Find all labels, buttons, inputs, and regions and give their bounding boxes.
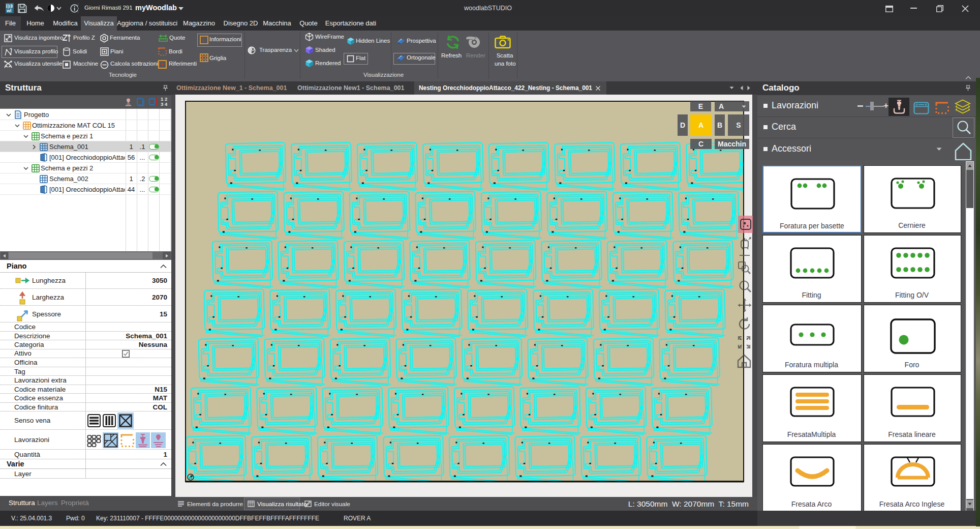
svg-text:A: A (189, 475, 192, 480)
svg-text:wl: wl (6, 8, 12, 13)
